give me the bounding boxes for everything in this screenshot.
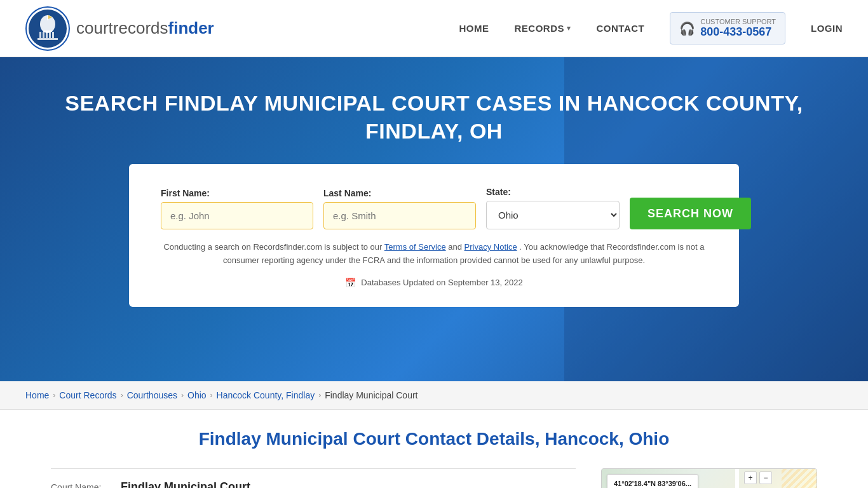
- map-panel[interactable]: + − 📍 41°02'18.4"N 83°39'06... View larg…: [601, 468, 817, 488]
- chevron-down-icon: ▾: [567, 24, 571, 32]
- map-zoom-out[interactable]: −: [759, 471, 772, 484]
- map-road-vertical: [735, 469, 739, 488]
- breadcrumb-current: Findlay Municipal Court: [325, 390, 417, 400]
- main-nav: HOME RECORDS ▾ CONTACT 🎧 CUSTOMER SUPPOR…: [459, 12, 843, 44]
- hero-section: SEARCH FINDLAY MUNICIPAL COURT CASES IN …: [0, 57, 868, 381]
- site-header: courtrecordsfinder HOME RECORDS ▾ CONTAC…: [0, 0, 868, 57]
- first-name-label: First Name:: [161, 188, 313, 198]
- map-coords: 41°02'18.4"N 83°39'06...: [614, 478, 691, 488]
- first-name-input[interactable]: [161, 202, 313, 229]
- svg-rect-8: [52, 32, 54, 38]
- breadcrumb-sep-2: ›: [121, 391, 123, 400]
- breadcrumb-home[interactable]: Home: [25, 390, 49, 400]
- court-name-row: Court Name: Findlay Municipal Court: [51, 469, 576, 488]
- map-stripe: [782, 469, 817, 488]
- state-label: State:: [486, 187, 620, 197]
- terms-of-service-link[interactable]: Terms of Service: [384, 242, 446, 252]
- search-button[interactable]: SEARCH NOW: [630, 198, 751, 229]
- svg-rect-6: [46, 32, 48, 38]
- page-title: SEARCH FINDLAY MUNICIPAL COURT CASES IN …: [25, 89, 843, 145]
- svg-rect-4: [39, 32, 41, 38]
- search-box: First Name: Last Name: State: Ohio Alaba…: [129, 164, 739, 307]
- breadcrumb-sep-3: ›: [181, 391, 184, 400]
- details-map-row: Court Name: Findlay Municipal Court Stat…: [51, 468, 817, 488]
- privacy-notice-link[interactable]: Privacy Notice: [465, 242, 517, 252]
- support-area[interactable]: 🎧 CUSTOMER SUPPORT 800-433-0567: [670, 12, 785, 44]
- court-name-value: Findlay Municipal Court: [121, 480, 250, 488]
- last-name-input[interactable]: [323, 202, 476, 229]
- svg-rect-5: [43, 32, 44, 38]
- breadcrumb-ohio[interactable]: Ohio: [187, 390, 207, 400]
- svg-rect-3: [43, 30, 52, 32]
- db-updated: 📅 Databases Updated on September 13, 202…: [161, 278, 707, 288]
- section-title: Findlay Municipal Court Contact Details,…: [51, 429, 817, 449]
- breadcrumb-bar: Home › Court Records › Courthouses › Ohi…: [0, 381, 868, 410]
- terms-text: Conducting a search on Recordsfinder.com…: [161, 241, 707, 268]
- support-info: CUSTOMER SUPPORT 800-433-0567: [700, 18, 776, 39]
- svg-rect-7: [49, 32, 51, 38]
- state-select[interactable]: Ohio Alabama Alaska Arizona California F…: [486, 201, 620, 229]
- last-name-label: Last Name:: [323, 188, 476, 198]
- breadcrumb: Home › Court Records › Courthouses › Ohi…: [25, 390, 843, 400]
- svg-rect-9: [37, 38, 58, 40]
- state-group: State: Ohio Alabama Alaska Arizona Calif…: [486, 187, 620, 229]
- breadcrumb-hancock[interactable]: Hancock County, Findlay: [217, 390, 315, 400]
- map-zoom-in[interactable]: +: [744, 471, 757, 484]
- breadcrumb-sep-4: ›: [210, 391, 213, 400]
- details-panel: Court Name: Findlay Municipal Court Stat…: [51, 468, 576, 488]
- logo-icon: [25, 6, 70, 51]
- search-fields: First Name: Last Name: State: Ohio Alaba…: [161, 187, 707, 229]
- map-top-icons: + −: [744, 471, 772, 484]
- map-overlay: 41°02'18.4"N 83°39'06... View larger map: [607, 474, 698, 488]
- headset-icon: 🎧: [679, 21, 695, 36]
- breadcrumb-sep-5: ›: [318, 391, 321, 400]
- last-name-group: Last Name:: [323, 188, 476, 229]
- main-content: Findlay Municipal Court Contact Details,…: [0, 410, 868, 488]
- first-name-group: First Name:: [161, 188, 313, 229]
- court-name-label: Court Name:: [51, 482, 114, 488]
- breadcrumb-sep-1: ›: [53, 391, 55, 400]
- svg-rect-10: [47, 15, 48, 20]
- nav-contact[interactable]: CONTACT: [597, 23, 645, 34]
- breadcrumb-courthouses[interactable]: Courthouses: [127, 390, 177, 400]
- breadcrumb-court-records[interactable]: Court Records: [59, 390, 116, 400]
- logo-text: courtrecordsfinder: [76, 18, 214, 38]
- nav-login[interactable]: LOGIN: [811, 23, 843, 34]
- calendar-icon: 📅: [345, 278, 356, 288]
- nav-records[interactable]: RECORDS ▾: [514, 23, 571, 34]
- nav-home[interactable]: HOME: [459, 23, 489, 34]
- logo[interactable]: courtrecordsfinder: [25, 6, 214, 51]
